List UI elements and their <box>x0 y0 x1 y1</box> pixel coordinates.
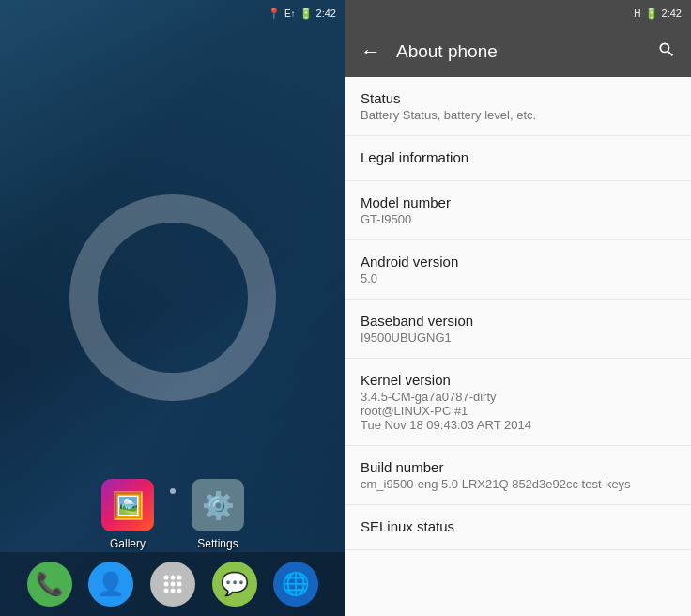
location-icon: 📍 <box>268 8 281 20</box>
settings-app-icon[interactable]: ⚙️ <box>192 479 244 531</box>
signal-icon: E↑ <box>284 8 296 19</box>
selinux-item[interactable]: SELinux status <box>346 505 691 550</box>
selinux-title: SELinux status <box>361 518 676 534</box>
kernel-subtitle: 3.4.5-CM-ga7a0787-dirty root@LINUX-PC #1… <box>361 390 676 432</box>
phone-dock-icon[interactable]: 📞 <box>27 562 72 607</box>
build-subtitle: cm_i9500-eng 5.0 LRX21Q 852d3e92cc test-… <box>361 477 676 491</box>
toolbar: ← About phone <box>346 26 691 77</box>
legal-item[interactable]: Legal information <box>346 136 691 181</box>
svg-point-3 <box>163 582 168 587</box>
legal-title: Legal information <box>361 149 676 165</box>
svg-point-6 <box>163 589 168 593</box>
time-left: 2:42 <box>316 8 336 19</box>
home-app-icons: 🖼️ Gallery ⚙️ Settings <box>0 479 346 550</box>
battery-icon: 🔋 <box>299 8 313 20</box>
page-title: About phone <box>396 41 642 62</box>
signal-h-icon: H <box>634 8 640 19</box>
svg-point-7 <box>170 589 175 593</box>
build-title: Build number <box>361 459 676 475</box>
settings-list: Status Battery Status, battery level, et… <box>346 77 691 616</box>
dock: 📞 👤 💬 🌐 <box>0 552 346 616</box>
status-bar-left: 📍 E↑ 🔋 2:42 <box>0 0 346 26</box>
about-phone-screen: H 🔋 2:42 ← About phone Status Battery St… <box>346 0 691 616</box>
svg-point-0 <box>163 576 168 580</box>
settings-app[interactable]: ⚙️ Settings <box>192 479 244 550</box>
status-bar-right: H 🔋 2:42 <box>346 0 691 26</box>
android-version-title: Android version <box>361 254 676 270</box>
baseband-title: Baseband version <box>361 313 676 329</box>
baseband-subtitle: I9500UBUGNG1 <box>361 331 676 345</box>
status-title: Status <box>361 90 676 106</box>
home-screen: 📍 E↑ 🔋 2:42 🖼️ Gallery ⚙️ Settings 📞 👤 <box>0 0 346 616</box>
svg-point-4 <box>170 582 175 587</box>
status-icons: 📍 E↑ 🔋 2:42 <box>268 8 336 20</box>
status-subtitle: Battery Status, battery level, etc. <box>361 108 676 122</box>
model-subtitle: GT-I9500 <box>361 212 676 226</box>
browser-dock-icon[interactable]: 🌐 <box>273 562 318 607</box>
kernel-item[interactable]: Kernel version 3.4.5-CM-ga7a0787-dirty r… <box>346 359 691 446</box>
battery-right-icon: 🔋 <box>645 8 658 20</box>
svg-point-8 <box>177 589 181 593</box>
back-button[interactable]: ← <box>361 39 381 64</box>
kernel-title: Kernel version <box>361 372 676 388</box>
settings-app-label: Settings <box>197 537 238 550</box>
time-right: 2:42 <box>662 8 682 19</box>
gallery-label: Gallery <box>110 537 146 550</box>
gallery-icon[interactable]: 🖼️ <box>101 479 154 531</box>
svg-point-1 <box>170 576 175 580</box>
model-title: Model number <box>361 194 676 210</box>
contacts-dock-icon[interactable]: 👤 <box>88 562 133 607</box>
svg-point-5 <box>177 582 181 587</box>
baseband-item[interactable]: Baseband version I9500UBUGNG1 <box>346 300 691 359</box>
status-item[interactable]: Status Battery Status, battery level, et… <box>346 77 691 136</box>
model-item[interactable]: Model number GT-I9500 <box>346 181 691 240</box>
build-item[interactable]: Build number cm_i9500-eng 5.0 LRX21Q 852… <box>346 446 691 505</box>
gallery-app[interactable]: 🖼️ Gallery <box>101 479 154 550</box>
search-button[interactable] <box>657 40 676 64</box>
svg-point-2 <box>177 576 181 580</box>
android-version-subtitle: 5.0 <box>361 271 676 285</box>
apps-drawer-icon[interactable] <box>150 562 195 607</box>
android-version-item[interactable]: Android version 5.0 <box>346 240 691 300</box>
circle-decoration <box>69 194 276 401</box>
messages-dock-icon[interactable]: 💬 <box>212 562 257 607</box>
